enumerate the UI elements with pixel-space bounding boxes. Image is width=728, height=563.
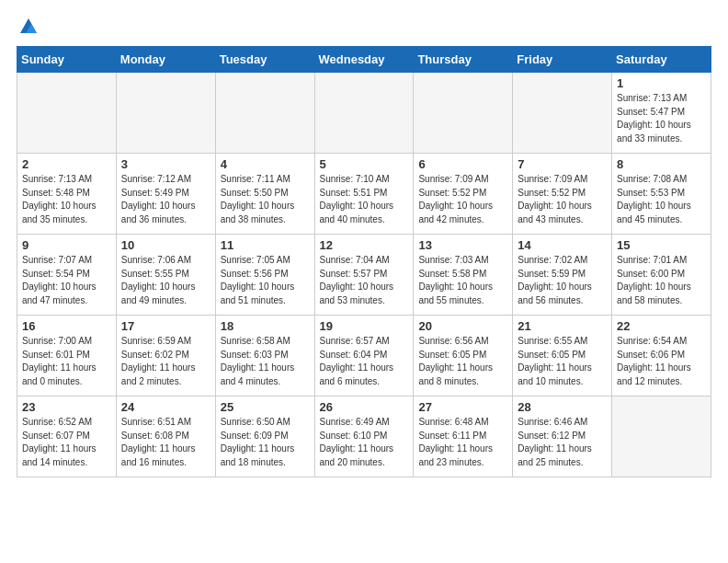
day-info: Sunrise: 6:51 AM Sunset: 6:08 PM Dayligh… — [121, 416, 210, 469]
day-cell: 4Sunrise: 7:11 AM Sunset: 5:50 PM Daylig… — [215, 154, 314, 235]
day-cell: 16Sunrise: 7:00 AM Sunset: 6:01 PM Dayli… — [17, 316, 117, 396]
day-number: 21 — [518, 319, 607, 333]
day-cell — [513, 73, 612, 154]
day-header-friday: Friday — [513, 47, 612, 73]
day-number: 10 — [121, 238, 210, 252]
day-number: 13 — [418, 238, 507, 252]
day-info: Sunrise: 6:48 AM Sunset: 6:11 PM Dayligh… — [418, 416, 507, 469]
day-cell: 26Sunrise: 6:49 AM Sunset: 6:10 PM Dayli… — [314, 396, 414, 477]
day-header-tuesday: Tuesday — [215, 47, 314, 73]
day-cell: 24Sunrise: 6:51 AM Sunset: 6:08 PM Dayli… — [116, 396, 215, 477]
week-row-5: 23Sunrise: 6:52 AM Sunset: 6:07 PM Dayli… — [17, 396, 711, 477]
day-cell — [314, 73, 414, 154]
day-info: Sunrise: 6:50 AM Sunset: 6:09 PM Dayligh… — [221, 416, 310, 469]
day-number: 11 — [221, 238, 310, 252]
day-number: 27 — [418, 400, 507, 414]
day-number: 17 — [121, 319, 210, 333]
day-header-monday: Monday — [116, 47, 215, 73]
day-header-wednesday: Wednesday — [314, 47, 414, 73]
day-cell — [17, 73, 117, 154]
day-info: Sunrise: 6:56 AM Sunset: 6:05 PM Dayligh… — [418, 335, 507, 388]
day-number: 9 — [22, 238, 111, 252]
day-info: Sunrise: 6:46 AM Sunset: 6:12 PM Dayligh… — [518, 416, 607, 469]
day-cell: 23Sunrise: 6:52 AM Sunset: 6:07 PM Dayli… — [17, 396, 117, 477]
day-info: Sunrise: 7:03 AM Sunset: 5:58 PM Dayligh… — [418, 254, 507, 307]
day-number: 22 — [617, 319, 706, 333]
day-info: Sunrise: 7:06 AM Sunset: 5:55 PM Dayligh… — [121, 254, 210, 307]
day-info: Sunrise: 6:54 AM Sunset: 6:06 PM Dayligh… — [617, 335, 706, 388]
day-info: Sunrise: 6:55 AM Sunset: 6:05 PM Dayligh… — [518, 335, 607, 388]
day-info: Sunrise: 7:04 AM Sunset: 5:57 PM Dayligh… — [320, 254, 409, 307]
day-cell: 1Sunrise: 7:13 AM Sunset: 5:47 PM Daylig… — [612, 73, 711, 154]
day-info: Sunrise: 7:11 AM Sunset: 5:50 PM Dayligh… — [221, 173, 310, 226]
day-number: 18 — [221, 319, 310, 333]
day-number: 19 — [320, 319, 409, 333]
day-info: Sunrise: 6:58 AM Sunset: 6:03 PM Dayligh… — [221, 335, 310, 388]
day-info: Sunrise: 7:10 AM Sunset: 5:51 PM Dayligh… — [320, 173, 409, 226]
calendar-table: SundayMondayTuesdayWednesdayThursdayFrid… — [17, 46, 711, 477]
day-cell — [612, 396, 711, 477]
week-row-3: 9Sunrise: 7:07 AM Sunset: 5:54 PM Daylig… — [17, 235, 711, 316]
day-info: Sunrise: 7:09 AM Sunset: 5:52 PM Dayligh… — [518, 173, 607, 226]
logo — [17, 17, 39, 37]
day-number: 14 — [518, 238, 607, 252]
day-cell: 21Sunrise: 6:55 AM Sunset: 6:05 PM Dayli… — [513, 316, 612, 396]
day-header-saturday: Saturday — [612, 47, 711, 73]
day-number: 3 — [121, 157, 210, 171]
day-cell: 7Sunrise: 7:09 AM Sunset: 5:52 PM Daylig… — [513, 154, 612, 235]
day-header-sunday: Sunday — [17, 47, 117, 73]
day-cell: 3Sunrise: 7:12 AM Sunset: 5:49 PM Daylig… — [116, 154, 215, 235]
day-number: 25 — [221, 400, 310, 414]
day-number: 4 — [221, 157, 310, 171]
day-header-thursday: Thursday — [414, 47, 513, 73]
day-number: 24 — [121, 400, 210, 414]
day-cell: 17Sunrise: 6:59 AM Sunset: 6:02 PM Dayli… — [116, 316, 215, 396]
week-row-2: 2Sunrise: 7:13 AM Sunset: 5:48 PM Daylig… — [17, 154, 711, 235]
day-number: 6 — [418, 157, 507, 171]
day-cell: 25Sunrise: 6:50 AM Sunset: 6:09 PM Dayli… — [215, 396, 314, 477]
day-number: 16 — [22, 319, 111, 333]
day-number: 1 — [617, 76, 706, 90]
day-info: Sunrise: 7:00 AM Sunset: 6:01 PM Dayligh… — [22, 335, 111, 388]
week-row-1: 1Sunrise: 7:13 AM Sunset: 5:47 PM Daylig… — [17, 73, 711, 154]
page: SundayMondayTuesdayWednesdayThursdayFrid… — [0, 0, 728, 487]
day-info: Sunrise: 7:01 AM Sunset: 6:00 PM Dayligh… — [617, 254, 706, 307]
day-cell — [414, 73, 513, 154]
day-number: 8 — [617, 157, 706, 171]
day-cell: 19Sunrise: 6:57 AM Sunset: 6:04 PM Dayli… — [314, 316, 414, 396]
day-cell: 12Sunrise: 7:04 AM Sunset: 5:57 PM Dayli… — [314, 235, 414, 316]
day-info: Sunrise: 7:08 AM Sunset: 5:53 PM Dayligh… — [617, 173, 706, 226]
day-cell — [116, 73, 215, 154]
day-cell: 13Sunrise: 7:03 AM Sunset: 5:58 PM Dayli… — [414, 235, 513, 316]
day-number: 23 — [22, 400, 111, 414]
day-cell: 14Sunrise: 7:02 AM Sunset: 5:59 PM Dayli… — [513, 235, 612, 316]
calendar-header-row: SundayMondayTuesdayWednesdayThursdayFrid… — [17, 47, 711, 73]
day-number: 20 — [418, 319, 507, 333]
day-cell: 10Sunrise: 7:06 AM Sunset: 5:55 PM Dayli… — [116, 235, 215, 316]
day-info: Sunrise: 7:05 AM Sunset: 5:56 PM Dayligh… — [221, 254, 310, 307]
day-info: Sunrise: 7:02 AM Sunset: 5:59 PM Dayligh… — [518, 254, 607, 307]
day-cell: 11Sunrise: 7:05 AM Sunset: 5:56 PM Dayli… — [215, 235, 314, 316]
day-info: Sunrise: 7:13 AM Sunset: 5:47 PM Dayligh… — [617, 92, 706, 145]
day-info: Sunrise: 7:13 AM Sunset: 5:48 PM Dayligh… — [22, 173, 111, 226]
day-cell: 8Sunrise: 7:08 AM Sunset: 5:53 PM Daylig… — [612, 154, 711, 235]
header — [17, 17, 711, 37]
day-number: 28 — [518, 400, 607, 414]
week-row-4: 16Sunrise: 7:00 AM Sunset: 6:01 PM Dayli… — [17, 316, 711, 396]
day-number: 26 — [320, 400, 409, 414]
day-number: 12 — [320, 238, 409, 252]
day-cell: 18Sunrise: 6:58 AM Sunset: 6:03 PM Dayli… — [215, 316, 314, 396]
day-number: 5 — [320, 157, 409, 171]
day-cell: 5Sunrise: 7:10 AM Sunset: 5:51 PM Daylig… — [314, 154, 414, 235]
day-number: 15 — [617, 238, 706, 252]
day-info: Sunrise: 7:09 AM Sunset: 5:52 PM Dayligh… — [418, 173, 507, 226]
day-number: 2 — [22, 157, 111, 171]
day-cell: 27Sunrise: 6:48 AM Sunset: 6:11 PM Dayli… — [414, 396, 513, 477]
logo-icon — [18, 17, 39, 37]
day-info: Sunrise: 7:07 AM Sunset: 5:54 PM Dayligh… — [22, 254, 111, 307]
day-cell: 6Sunrise: 7:09 AM Sunset: 5:52 PM Daylig… — [414, 154, 513, 235]
day-info: Sunrise: 6:52 AM Sunset: 6:07 PM Dayligh… — [22, 416, 111, 469]
day-cell: 2Sunrise: 7:13 AM Sunset: 5:48 PM Daylig… — [17, 154, 117, 235]
day-info: Sunrise: 6:57 AM Sunset: 6:04 PM Dayligh… — [320, 335, 409, 388]
day-cell: 15Sunrise: 7:01 AM Sunset: 6:00 PM Dayli… — [612, 235, 711, 316]
